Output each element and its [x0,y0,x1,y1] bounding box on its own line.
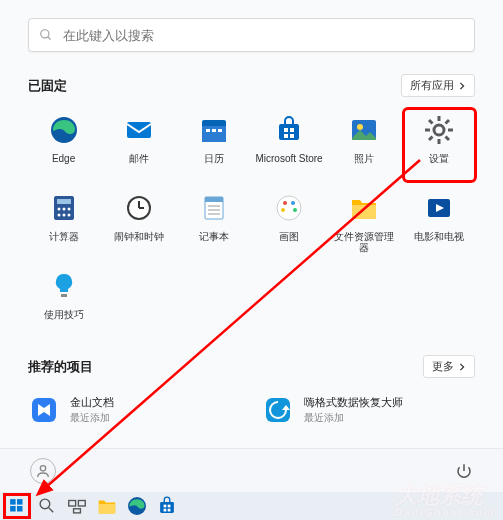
recommended-item[interactable]: 嗨格式数据恢复大师最近添加 [262,390,476,430]
svg-point-30 [57,214,60,217]
explorer-icon [347,191,381,225]
tile-label: 电影和电视 [414,231,464,242]
pinned-grid: Edge邮件日历Microsoft Store照片设置计算器闹钟和时钟记事本画图… [28,109,475,337]
pinned-tile-paint[interactable]: 画图 [253,187,324,259]
pinned-tile-movies[interactable]: 电影和电视 [404,187,475,259]
taskbar-edge[interactable] [126,496,148,516]
tile-label: 邮件 [129,153,149,164]
svg-rect-12 [284,134,288,138]
wps-icon [28,394,60,426]
recover-icon [262,394,294,426]
svg-rect-5 [202,126,226,142]
svg-point-16 [434,125,444,135]
clock-icon [122,191,156,225]
pinned-tile-edge[interactable]: Edge [28,109,99,181]
svg-rect-62 [74,509,81,513]
tile-label: 照片 [354,153,374,164]
taskbar-start[interactable] [6,496,28,516]
svg-rect-67 [168,505,171,508]
more-button[interactable]: 更多 [423,355,475,378]
power-button[interactable] [455,462,473,480]
svg-point-44 [291,201,295,205]
pinned-tile-notepad[interactable]: 记事本 [178,187,249,259]
movies-icon [422,191,456,225]
taskbar-search[interactable] [36,496,58,516]
svg-line-59 [48,507,53,512]
search-bar[interactable] [28,18,475,52]
svg-rect-61 [78,501,85,507]
svg-point-28 [62,208,65,211]
paint-icon [272,191,306,225]
svg-rect-13 [290,134,294,138]
svg-point-31 [62,214,65,217]
pinned-tile-explorer[interactable]: 文件资源管理器 [329,187,400,259]
svg-line-1 [48,37,51,40]
taskbar-taskview[interactable] [66,496,88,516]
tile-label: Microsoft Store [255,153,322,164]
start-menu: 已固定 所有应用 Edge邮件日历Microsoft Store照片设置计算器闹… [0,0,503,492]
pinned-tile-clock[interactable]: 闹钟和时钟 [103,187,174,259]
all-apps-button[interactable]: 所有应用 [401,74,475,97]
svg-rect-3 [127,122,151,138]
search-icon [39,28,53,42]
svg-line-21 [429,120,433,124]
svg-line-22 [446,137,450,141]
svg-rect-54 [10,499,16,505]
svg-line-24 [446,120,450,124]
settings-icon [422,113,456,147]
chevron-right-icon [458,363,466,371]
user-avatar[interactable] [30,458,56,484]
calculator-icon [47,191,81,225]
calendar-icon [197,113,231,147]
tile-label: 记事本 [199,231,229,242]
pinned-header: 已固定 所有应用 [28,74,475,97]
svg-rect-60 [69,501,76,507]
pinned-tile-photos[interactable]: 照片 [329,109,400,181]
edge-icon [47,113,81,147]
tile-label: 使用技巧 [44,309,84,320]
svg-rect-56 [10,506,16,512]
pinned-tile-calculator[interactable]: 计算器 [28,187,99,259]
chevron-right-icon [458,82,466,90]
svg-rect-47 [352,205,376,219]
tile-label: 设置 [429,153,449,164]
svg-rect-68 [164,509,167,512]
svg-rect-66 [164,505,167,508]
svg-point-29 [67,208,70,211]
recommended-list: 金山文档最近添加嗨格式数据恢复大师最近添加 [28,390,475,430]
tile-label: 画图 [279,231,299,242]
store-icon [272,113,306,147]
photos-icon [347,113,381,147]
svg-point-46 [281,208,285,212]
search-input[interactable] [63,28,464,43]
rec-label: 嗨格式数据恢复大师 [304,395,403,410]
pinned-tile-tips[interactable]: 使用技巧 [28,265,99,337]
svg-point-15 [357,124,363,130]
recommended-header: 推荐的项目 更多 [28,355,475,378]
mail-icon [122,113,156,147]
svg-rect-7 [212,129,216,132]
svg-rect-6 [206,129,210,132]
svg-point-43 [283,201,287,205]
svg-rect-26 [57,199,71,204]
tile-label: 文件资源管理器 [330,231,398,253]
svg-rect-57 [17,506,23,512]
tile-label: 日历 [204,153,224,164]
svg-rect-65 [160,502,174,513]
svg-point-0 [41,30,49,38]
recommended-item[interactable]: 金山文档最近添加 [28,390,242,430]
pinned-tile-store[interactable]: Microsoft Store [253,109,324,181]
rec-sub: 最近添加 [304,411,403,425]
pinned-tile-settings[interactable]: 设置 [404,109,475,181]
pinned-title: 已固定 [28,77,67,95]
svg-point-27 [57,208,60,211]
pinned-tile-calendar[interactable]: 日历 [178,109,249,181]
tile-label: Edge [52,153,75,164]
taskbar-store[interactable] [156,496,178,516]
rec-sub: 最近添加 [70,411,114,425]
recommended-title: 推荐的项目 [28,358,93,376]
taskbar-explorer[interactable] [96,496,118,516]
pinned-tile-mail[interactable]: 邮件 [103,109,174,181]
svg-point-45 [293,208,297,212]
svg-line-23 [429,137,433,141]
